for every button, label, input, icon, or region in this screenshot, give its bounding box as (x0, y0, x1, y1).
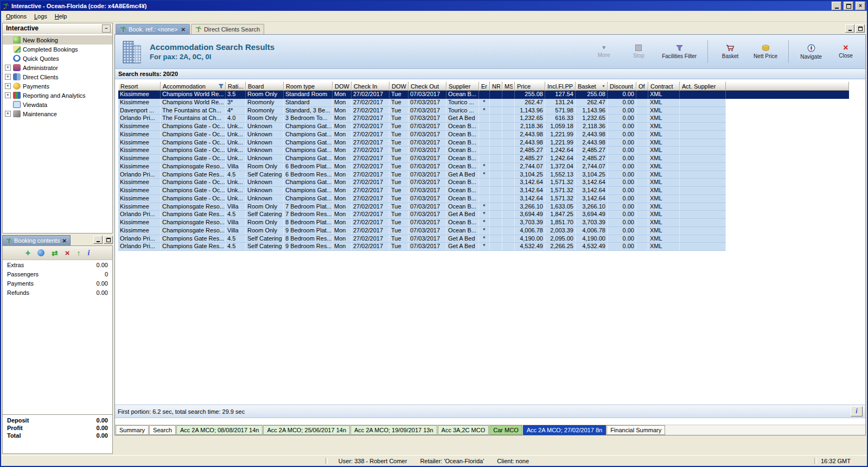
expand-icon[interactable]: + (5, 74, 11, 80)
document-minimize-button[interactable] (845, 24, 854, 33)
column-header-discount-16[interactable]: Discount (608, 81, 636, 91)
info-button[interactable]: i (851, 406, 863, 416)
column-header-of-17[interactable]: Of (636, 81, 648, 91)
table-row-8[interactable]: KissimmeeChampions Gate - Oc...Unk...Unk… (118, 147, 726, 155)
column-header-dow-7[interactable]: DOW (390, 81, 409, 91)
cell: 27/02/2017 (352, 171, 390, 179)
cell: Champions Gat... (284, 147, 333, 154)
table-row-1[interactable]: KissimmeeChampions World Re...3.5Room On… (118, 91, 849, 99)
table-row-19[interactable]: Orlando Pri...Champions Gate Res...4.5Se… (118, 235, 726, 243)
globe-icon[interactable] (37, 249, 44, 256)
column-header-check-in-6[interactable]: Check In (352, 81, 390, 91)
table-row-3[interactable]: Davenport ...The Fountains at Ch...4*Roo… (118, 107, 726, 115)
table-row-16[interactable]: Orlando Pri...Champions Gate Res...4.5Se… (118, 211, 726, 219)
menu-options[interactable]: Options (2, 12, 30, 20)
expand-icon[interactable]: + (5, 83, 11, 89)
table-row-6[interactable]: KissimmeeChampions Gate - Oc...Unk...Unk… (118, 131, 726, 139)
info-icon[interactable]: i (87, 249, 90, 257)
sidebar-item-quick-quotes[interactable]: Quick Quotes (3, 54, 112, 63)
column-header-contract-18[interactable]: Contract (648, 81, 680, 91)
cell: Kissimmee (118, 91, 161, 98)
basket-button[interactable]: Basket (716, 39, 744, 64)
table-row-12[interactable]: KissimmeeChampions Gate - Oc...Unk...Unk… (118, 179, 726, 187)
column-header-dow-5[interactable]: DOW (333, 81, 352, 91)
table-row-10[interactable]: KissimmeeChampionsgate Reso...VillaRoom … (118, 163, 726, 171)
table-row-17[interactable]: KissimmeeChampionsgate Reso...VillaRoom … (118, 219, 726, 227)
bottom-tab-search[interactable]: Search (149, 425, 176, 435)
column-header-price-13[interactable]: Price (515, 81, 545, 91)
cell: Mon (333, 203, 352, 211)
column-header-ms-12[interactable]: MS (502, 81, 515, 91)
column-header-board-3[interactable]: Board (246, 81, 284, 91)
table-row-13[interactable]: KissimmeeChampions Gate - Oc...Unk...Unk… (118, 187, 726, 195)
column-header-nr-11[interactable]: NR (490, 81, 502, 91)
delete-icon[interactable]: × (65, 249, 70, 257)
menu-logs[interactable]: Logs (30, 12, 51, 20)
sidebar-item-new-booking[interactable]: New Booking (3, 35, 112, 45)
bottom-tab-acc-3a-2c-mco[interactable]: Acc 3A,2C MCO (438, 425, 489, 435)
sidebar-item-administrator[interactable]: +Administrator (3, 63, 112, 72)
table-row-11[interactable]: Orlando Pri...Champions Gate Res...4.5Se… (118, 171, 726, 179)
close-icon[interactable]: ✕ (62, 238, 66, 244)
sidebar-item-payments[interactable]: +Payments (3, 81, 112, 91)
booking-contents-tab[interactable]: Booking contents ✕ (2, 235, 71, 245)
table-row-5[interactable]: KissimmeeChampions Gate - Oc...Unk...Unk… (118, 123, 726, 131)
column-header-accommodation-1[interactable]: Accommodation (161, 81, 226, 91)
collapse-panel-button[interactable]: − (102, 24, 111, 33)
sidebar-item-maintenance[interactable]: +Maintenance (3, 109, 112, 118)
facilities-filter-button[interactable]: Facilities Filter (659, 39, 699, 64)
expand-icon[interactable]: + (5, 92, 11, 98)
cell (636, 131, 648, 138)
add-icon[interactable]: + (25, 249, 30, 257)
table-row-2[interactable]: KissimmeeChampions World Re...3*Roomonly… (118, 99, 726, 107)
column-header-resort-0[interactable]: Resort (118, 81, 161, 91)
panel-minimize-button[interactable] (93, 236, 103, 244)
expand-icon[interactable]: + (5, 65, 11, 71)
table-row-15[interactable]: KissimmeeChampionsgate Reso...VillaRoom … (118, 203, 726, 211)
close-tab-icon[interactable]: ✕ (181, 27, 186, 33)
sidebar-item-viewdata[interactable]: Viewdata (3, 100, 112, 109)
table-row-7[interactable]: KissimmeeChampions Gate - Oc...Unk...Unk… (118, 139, 726, 147)
filter-funnel-icon[interactable] (219, 84, 224, 89)
column-header-rati-2[interactable]: Rati... (226, 81, 246, 91)
tab-booking-ref[interactable]: Book. ref.: <none> ✕ (116, 24, 190, 34)
table-row-20[interactable]: Orlando Pri...Champions Gate Res...4.5Se… (118, 243, 726, 251)
panel-maximize-button[interactable] (104, 236, 113, 244)
sidebar-item-completed-bookings[interactable]: Completed Bookings (3, 45, 112, 54)
bottom-tab-acc-2a-mco-19-09-2017-13n[interactable]: Acc 2A MCO; 19/09/2017 13n (350, 425, 437, 435)
expand-icon[interactable]: + (5, 111, 11, 117)
column-header-basket-15[interactable]: Basket▼ (576, 81, 608, 91)
bottom-tab-car-mco[interactable]: Car MCO (489, 425, 522, 435)
column-header-er-10[interactable]: Er (479, 81, 490, 91)
export-icon[interactable]: ↑ (76, 249, 80, 257)
nett-price-button[interactable]: Nett Price (751, 39, 780, 64)
column-header-room-type-4[interactable]: Room type (284, 81, 333, 91)
table-row-4[interactable]: Orlando Pri...The Fountains at Ch...4.0R… (118, 115, 726, 123)
close-button[interactable]: × Close (832, 39, 860, 64)
bottom-tab-acc-2a-mco-25-06-2017-14n[interactable]: Acc 2A MCO; 25/06/2017 14n (263, 425, 350, 435)
column-header-check-out-8[interactable]: Check Out (409, 81, 446, 91)
stop-button[interactable]: Stop (624, 39, 653, 64)
bottom-tab-financial-summary[interactable]: Financial Summary (607, 425, 665, 435)
menu-help[interactable]: Help (51, 12, 71, 20)
table-row-9[interactable]: KissimmeeChampions Gate - Oc...Unk...Unk… (118, 155, 726, 163)
tab-direct-clients-search[interactable]: Direct Clients Search (191, 24, 264, 34)
table-row-14[interactable]: KissimmeeChampions Gate - Oc...Unk...Unk… (118, 195, 726, 203)
sidebar-item-reporting-and-analytics[interactable]: +Reporting and Analytics (3, 91, 112, 100)
column-header-supplier-9[interactable]: Supplier (446, 81, 479, 91)
close-window-button[interactable]: × (856, 2, 865, 10)
sidebar-item-direct-clients[interactable]: +Direct Clients (3, 72, 112, 81)
column-header-act-supplier-19[interactable]: Act. Supplier (680, 81, 726, 91)
basket-icon (726, 45, 735, 52)
bottom-tab-acc-2a-mco-27-02-2017-8n[interactable]: Acc 2A MCO; 27/02/2017 8n (523, 425, 606, 435)
bottom-tab-summary[interactable]: Summary (116, 425, 149, 435)
minimize-button[interactable] (832, 2, 841, 10)
navigate-button[interactable]: Navigate (797, 39, 825, 64)
transfer-icon[interactable]: ⇄ (52, 249, 58, 257)
table-row-18[interactable]: KissimmeeChampionsgate Reso...VillaRoom … (118, 227, 726, 235)
column-header-incl-fl-pp-14[interactable]: Incl.Fl.PP (545, 81, 576, 91)
more-button[interactable]: ▼ More (590, 39, 618, 64)
maximize-button[interactable] (844, 2, 853, 10)
document-maximize-button[interactable] (856, 24, 865, 33)
bottom-tab-acc-2a-mco-08-08-2017-14n[interactable]: Acc 2A MCO; 08/08/2017 14n (176, 425, 263, 435)
